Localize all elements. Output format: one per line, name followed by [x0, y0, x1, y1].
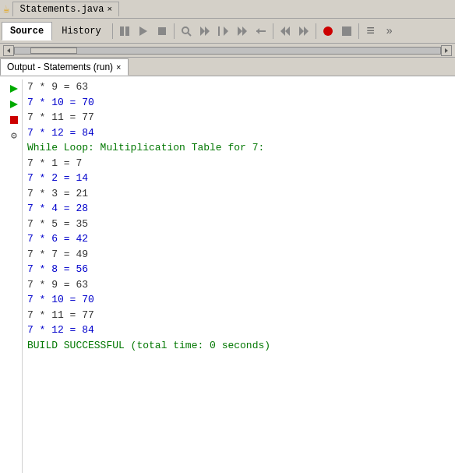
output-line: 7 * 9 = 63 [27, 277, 449, 293]
tab-source[interactable]: Source [2, 22, 52, 41]
output-line: 7 * 12 = 84 [27, 323, 449, 338]
tab-history[interactable]: History [53, 22, 109, 41]
output-line: 7 * 4 = 28 [27, 201, 449, 217]
output-line: 7 * 10 = 70 [27, 292, 449, 308]
config-icon[interactable]: ⚙ [8, 129, 20, 142]
output-line: 7 * 6 = 42 [27, 231, 449, 247]
toolbar-separator-5 [358, 23, 359, 39]
output-line: 7 * 1 = 7 [27, 156, 449, 171]
output-line: 7 * 8 = 56 [27, 262, 449, 277]
svg-marker-23 [10, 100, 18, 108]
svg-marker-22 [10, 85, 18, 93]
file-tab[interactable]: Statements.java × [12, 2, 119, 16]
scroll-thumb[interactable] [30, 48, 77, 54]
toolbar-btn-4[interactable] [178, 23, 195, 40]
toolbar-btn-2[interactable] [135, 23, 152, 40]
toolbar-btn-8[interactable] [252, 23, 270, 40]
scroll-track[interactable] [14, 47, 441, 55]
svg-marker-17 [304, 26, 309, 36]
output-line: 7 * 11 = 77 [27, 308, 449, 323]
toolbar-separator-1 [112, 23, 113, 39]
svg-marker-6 [200, 26, 205, 36]
run-icon-1[interactable] [8, 83, 20, 95]
file-tab-close[interactable]: × [107, 5, 112, 14]
output-tab-close[interactable]: × [116, 62, 121, 72]
title-bar: ☕ Statements.java × [0, 0, 455, 19]
output-tab-label: Output - Statements (run) [7, 62, 113, 72]
toolbar-btn-red[interactable] [319, 23, 337, 40]
output-line: 7 * 5 = 35 [27, 217, 449, 232]
output-line: 7 * 12 = 84 [27, 125, 449, 141]
svg-marker-20 [7, 48, 10, 53]
toolbar-btn-10[interactable] [295, 23, 312, 40]
svg-marker-14 [285, 26, 290, 36]
left-icons-panel: ⚙ [6, 79, 23, 473]
svg-marker-8 [224, 26, 228, 36]
toolbar-btn-9[interactable] [277, 23, 294, 40]
output-line: 7 * 11 = 77 [27, 110, 449, 125]
toolbar-btn-3[interactable] [153, 23, 171, 40]
code-output: 7 * 9 = 637 * 10 = 707 * 11 = 777 * 12 =… [27, 79, 449, 473]
toolbar-btn-5[interactable] [196, 23, 213, 40]
output-line: 7 * 9 = 63 [27, 79, 449, 95]
toolbar-btn-lines[interactable]: ≡ [362, 23, 379, 40]
output-line: 7 * 7 = 49 [27, 247, 449, 263]
toolbar-btn-more[interactable]: » [381, 23, 398, 40]
toolbar-separator-4 [316, 23, 316, 39]
scroll-right-btn[interactable] [441, 45, 452, 56]
toolbar-btn-6[interactable] [215, 23, 232, 40]
output-tab[interactable]: Output - Statements (run) × [0, 58, 129, 76]
toolbar-btn-1[interactable] [116, 23, 133, 40]
toolbar-separator-2 [174, 23, 175, 39]
svg-rect-3 [158, 27, 166, 35]
svg-rect-1 [125, 26, 129, 36]
toolbar-btn-sq[interactable] [338, 23, 355, 40]
output-content: ⚙ 7 * 9 = 637 * 10 = 707 * 11 = 777 * 12… [0, 76, 455, 476]
toolbar: Source History ≡ » [0, 19, 455, 44]
svg-marker-10 [238, 26, 242, 36]
svg-rect-19 [342, 26, 351, 36]
svg-marker-21 [445, 48, 448, 53]
svg-marker-7 [205, 26, 210, 36]
svg-marker-13 [256, 28, 259, 34]
output-line: 7 * 10 = 70 [27, 95, 449, 111]
toolbar-btn-7[interactable] [234, 23, 251, 40]
svg-rect-0 [120, 26, 124, 36]
output-line: 7 * 3 = 21 [27, 186, 449, 202]
output-tab-bar: Output - Statements (run) × [0, 58, 455, 76]
scroll-area [0, 44, 455, 58]
scroll-left-btn[interactable] [3, 45, 14, 56]
toolbar-separator-3 [273, 23, 273, 39]
stop-icon[interactable] [8, 114, 20, 126]
svg-marker-15 [280, 26, 285, 36]
output-line: While Loop: Multiplication Table for 7: [27, 140, 449, 156]
file-icon: ☕ [3, 2, 9, 16]
svg-marker-11 [242, 26, 247, 36]
svg-rect-24 [10, 116, 18, 124]
output-line: BUILD SUCCESSFUL (total time: 0 seconds) [27, 338, 449, 354]
svg-point-4 [182, 27, 189, 33]
svg-line-5 [188, 33, 191, 36]
svg-point-18 [323, 26, 333, 36]
output-panel: Output - Statements (run) × ⚙ 7 * 9 = 63… [0, 58, 455, 476]
run-icon-2[interactable] [8, 98, 20, 111]
file-tab-label: Statements.java [19, 4, 104, 15]
svg-marker-2 [139, 26, 147, 36]
output-line: 7 * 2 = 14 [27, 171, 449, 186]
svg-marker-16 [299, 26, 304, 36]
